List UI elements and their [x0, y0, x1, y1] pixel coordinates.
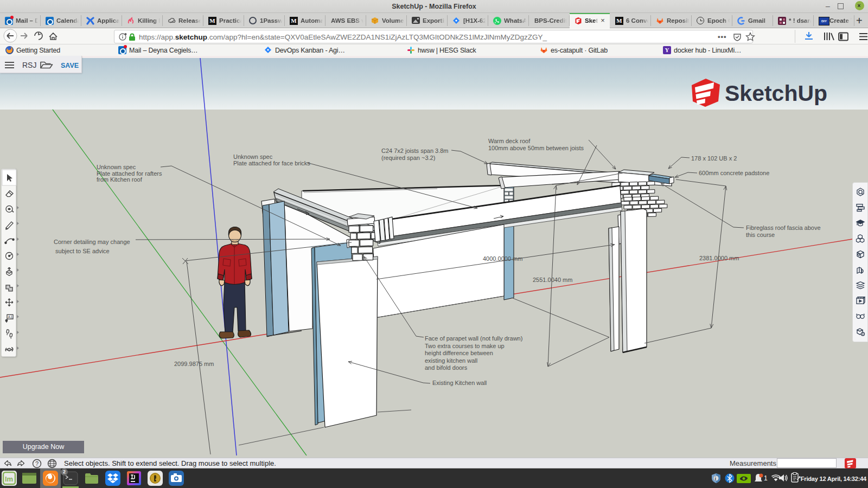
- svg-text:SAVE: SAVE: [61, 62, 79, 69]
- svg-text:lm: lm: [5, 475, 13, 483]
- svg-text:?: ?: [35, 460, 39, 467]
- svg-text:SketchUp: SketchUp: [725, 81, 827, 106]
- svg-text:RSJ: RSJ: [22, 61, 36, 69]
- svg-text:A1: A1: [8, 315, 13, 319]
- svg-text:i: i: [715, 476, 717, 481]
